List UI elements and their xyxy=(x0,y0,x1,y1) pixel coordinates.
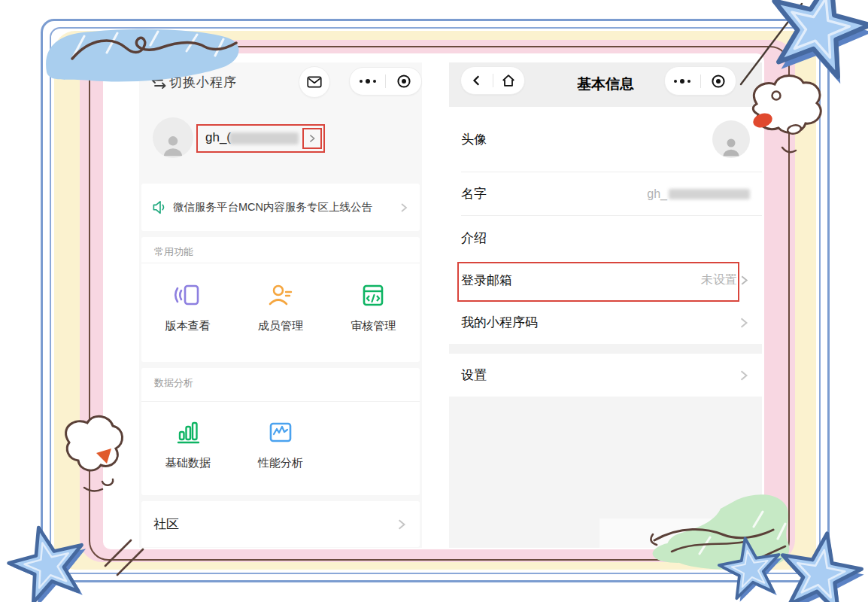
more-button[interactable] xyxy=(350,68,385,95)
menu-item-label: 版本查看 xyxy=(165,319,211,333)
row-avatar[interactable]: 头像 xyxy=(449,107,762,172)
row-settings[interactable]: 设置 xyxy=(449,354,762,397)
more-dots-icon xyxy=(360,79,376,84)
members-icon xyxy=(264,279,297,312)
target-icon xyxy=(396,74,411,89)
back-button[interactable] xyxy=(461,67,493,94)
switch-arrows-icon[interactable] xyxy=(151,77,166,89)
redacted-name-value xyxy=(669,189,750,199)
common-functions-card: 常用功能 版本查看 成员管理 xyxy=(141,237,420,362)
more-dots-icon xyxy=(674,79,690,84)
speaker-icon xyxy=(152,200,168,215)
login-email-annotation-box xyxy=(457,262,739,302)
home-button[interactable] xyxy=(493,67,525,94)
menu-item-label: 基础数据 xyxy=(165,456,211,470)
menu-item-performance[interactable]: 性能分析 xyxy=(234,416,326,470)
back-icon xyxy=(471,74,483,87)
row-name[interactable]: 名字 gh_ xyxy=(449,172,762,215)
menu-item-label: 性能分析 xyxy=(258,456,303,470)
home-icon xyxy=(501,73,516,88)
row-label: 头像 xyxy=(461,131,712,148)
section-title: 数据分析 xyxy=(154,376,193,390)
section-title: 常用功能 xyxy=(154,245,193,259)
divider xyxy=(141,401,420,402)
row-label: 我的小程序码 xyxy=(461,314,738,331)
menu-item-basic-data[interactable]: 基础数据 xyxy=(141,416,234,470)
account-name: gh_( xyxy=(205,130,231,145)
redacted-account-name xyxy=(229,132,299,144)
basic-info-screenshot: 基本信息 xyxy=(449,62,762,548)
menu-item-label: 成员管理 xyxy=(258,319,303,333)
account-name-annotation-box: gh_( xyxy=(196,124,325,153)
wechat-capsule xyxy=(664,66,736,96)
versions-icon xyxy=(171,279,205,312)
account-avatar[interactable] xyxy=(153,117,193,158)
announcement-banner[interactable]: 微信服务平台MCN内容服务专区上线公告 xyxy=(141,184,420,231)
target-icon xyxy=(711,74,726,89)
page: 切换小程序 xyxy=(0,0,868,602)
performance-icon xyxy=(264,416,297,449)
community-label: 社区 xyxy=(153,515,396,533)
account-chevron-annotation-box xyxy=(302,128,322,149)
chevron-right-icon xyxy=(739,275,750,286)
mail-button[interactable] xyxy=(299,66,330,98)
chevron-right-icon xyxy=(738,317,750,329)
wechat-capsule xyxy=(349,67,422,96)
menu-item-members[interactable]: 成员管理 xyxy=(234,279,326,333)
background-patch xyxy=(599,518,762,548)
person-icon xyxy=(720,135,742,158)
review-icon xyxy=(357,279,390,312)
more-button[interactable] xyxy=(665,67,700,95)
mini-program-home-screenshot: 切换小程序 xyxy=(139,62,422,548)
row-label: 名字 xyxy=(461,185,647,202)
chevron-right-icon xyxy=(738,369,750,382)
row-label: 介绍 xyxy=(461,230,750,247)
divider xyxy=(141,263,420,263)
person-icon xyxy=(160,132,186,158)
menu-item-label: 审核管理 xyxy=(351,319,396,333)
grid-spacer xyxy=(327,416,420,470)
mail-icon xyxy=(307,76,322,88)
menu-item-review[interactable]: 审核管理 xyxy=(327,279,420,333)
row-intro[interactable]: 介绍 xyxy=(449,216,762,260)
row-label: 设置 xyxy=(461,366,738,384)
switch-miniprogram-button[interactable]: 切换小程序 xyxy=(169,74,237,91)
row-miniprogram-code[interactable]: 我的小程序码 xyxy=(449,301,762,344)
group-gap xyxy=(449,344,762,354)
chevron-right-icon xyxy=(396,518,408,531)
profile-avatar xyxy=(712,120,750,158)
community-row[interactable]: 社区 xyxy=(141,501,420,547)
chevron-right-icon xyxy=(399,202,409,213)
bar-chart-icon xyxy=(171,416,205,449)
chevron-right-icon xyxy=(308,134,317,143)
nav-capsule-left xyxy=(460,66,525,95)
menu-item-versions[interactable]: 版本查看 xyxy=(141,279,234,333)
row-value: gh_ xyxy=(647,187,667,201)
close-minimize-button[interactable] xyxy=(386,68,421,95)
announcement-text: 微信服务平台MCN内容服务专区上线公告 xyxy=(173,200,399,214)
close-minimize-button[interactable] xyxy=(701,67,736,95)
data-analysis-card: 数据分析 基础数据 性能分析 xyxy=(141,368,420,495)
